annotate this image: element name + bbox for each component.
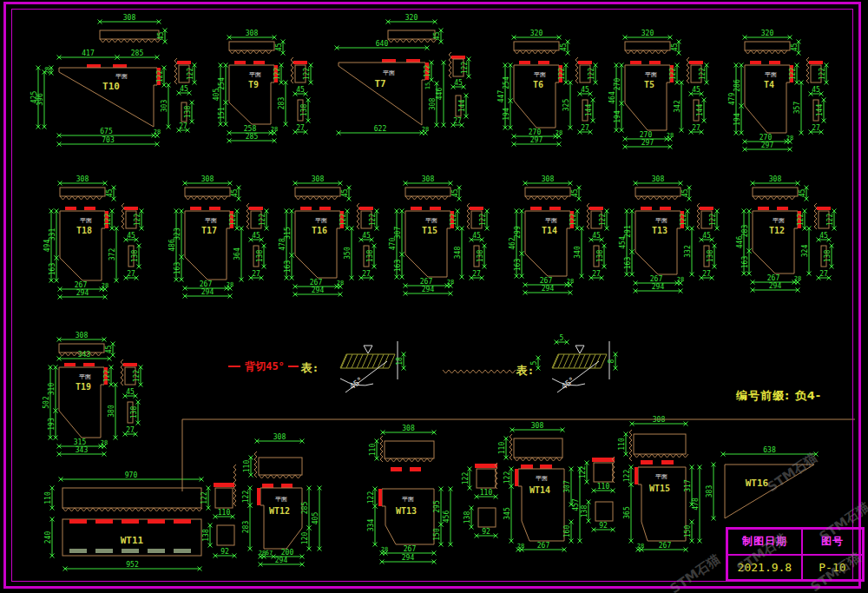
piece-T5: 32045平面T54642701941223422702829712245144… [608,30,709,149]
svg-text:122: 122 [569,214,577,227]
svg-text:138: 138 [300,104,308,117]
svg-text:122: 122 [599,214,607,227]
svg-text:平面: 平面 [383,69,395,76]
svg-text:WT11: WT11 [121,535,144,546]
svg-text:675: 675 [100,128,113,135]
svg-text:45: 45 [671,43,679,52]
svg-text:343: 343 [78,351,91,359]
svg-text:110: 110 [480,489,493,497]
svg-text:160: 160 [563,525,571,538]
svg-text:WT14: WT14 [529,485,550,495]
svg-text:WT16: WT16 [746,478,769,489]
svg-text:45: 45 [592,232,601,240]
svg-text:138: 138 [824,250,832,263]
svg-text:122: 122 [424,65,431,78]
svg-text:138: 138 [581,505,589,518]
svg-text:122: 122 [797,214,805,227]
svg-text:317: 317 [684,479,692,492]
svg-text:332: 332 [684,245,692,258]
svg-text:308: 308 [402,425,415,432]
svg-text:110: 110 [618,438,626,451]
svg-text:138: 138 [464,511,471,524]
svg-text:92: 92 [220,548,229,556]
svg-text:283: 283 [741,225,749,238]
svg-text:294: 294 [402,554,415,562]
piece-T17: 30845平面T17486323163122364267282941224513… [168,175,269,299]
svg-text:T5: T5 [644,80,654,89]
svg-text:122: 122 [450,214,457,227]
svg-text:138: 138 [131,250,139,263]
svg-text:285: 285 [246,133,259,141]
svg-text:308: 308 [422,175,435,183]
svg-text:193: 193 [48,418,56,431]
numbering-prefix-note: 编号前缀: 负4- [736,388,866,404]
svg-text:15: 15 [424,82,431,89]
svg-text:平面: 平面 [536,475,548,482]
svg-text:970: 970 [125,471,138,479]
svg-text:平面: 平面 [315,217,327,224]
svg-text:640: 640 [376,40,389,48]
svg-text:平面: 平面 [249,71,261,78]
svg-text:平面: 平面 [80,217,92,224]
svg-text:365: 365 [623,506,631,519]
svg-text:28: 28 [337,280,344,287]
svg-text:27: 27 [812,124,820,132]
svg-text:283: 283 [278,97,286,110]
svg-text:45: 45 [106,189,114,198]
svg-text:28: 28 [101,439,108,446]
svg-text:342: 342 [674,100,681,113]
svg-text:345: 345 [503,507,511,520]
piece-T13: 30845平面T13454291163122332267282941224513… [619,175,720,293]
piece-T15: 30845平面T15470307163122348267282941224513… [389,175,490,296]
piece-WT16: 638WT16383 [706,446,819,521]
svg-text:315: 315 [284,227,292,240]
svg-text:457: 457 [572,498,580,511]
svg-text:308: 308 [201,175,214,183]
svg-text:447: 447 [497,90,505,103]
svg-text:122: 122 [156,70,164,83]
piece-WT14: 12211013892308110平面WT1412234530716045728… [462,422,582,552]
svg-text:270: 270 [614,78,621,91]
svg-text:952: 952 [126,561,139,569]
svg-text:27: 27 [296,124,305,132]
title-no-value: P-10 [802,555,863,581]
svg-text:267: 267 [650,275,663,283]
svg-text:122: 122 [789,68,797,81]
svg-text:194: 194 [614,110,621,123]
svg-text:138: 138 [184,106,192,119]
svg-text:200: 200 [281,549,294,557]
svg-text:45: 45 [231,189,239,198]
svg-text:308: 308 [531,422,544,430]
svg-text:122: 122 [134,214,141,227]
svg-text:307: 307 [563,480,571,493]
svg-text:138: 138 [596,250,604,263]
svg-text:267: 267 [310,279,323,287]
svg-text:110: 110 [243,460,251,473]
piece-T4: 32045平面T44792861941223572702829712245144… [728,30,829,152]
svg-text:307: 307 [394,227,402,240]
svg-text:45: 45 [296,86,305,94]
svg-text:294: 294 [312,287,325,294]
legend-bevel: 背切45°表:1845° [228,341,406,392]
svg-text:464: 464 [608,91,616,104]
svg-text:平面: 平面 [655,473,667,480]
svg-text:45: 45 [819,232,828,240]
svg-text:320: 320 [641,30,654,37]
svg-text:703: 703 [102,136,115,144]
svg-text:297: 297 [530,136,543,144]
svg-text:110: 110 [597,483,610,491]
piece-WT11: 970110WT11240952 [44,471,204,571]
svg-text:163: 163 [284,260,292,273]
svg-text:122: 122 [133,370,141,383]
svg-text:138: 138 [256,250,264,263]
svg-text:27: 27 [472,270,481,278]
svg-text:45: 45 [581,86,589,94]
svg-text:297: 297 [761,142,774,149]
svg-text:194: 194 [733,113,741,126]
cad-canvas: 30845417285平面T10284253961223036752870312… [0,0,868,593]
svg-text:122: 122 [503,471,511,484]
svg-text:28: 28 [667,132,674,139]
svg-text:45: 45 [126,388,135,396]
svg-text:122: 122 [242,491,250,504]
svg-text:27: 27 [702,270,711,278]
